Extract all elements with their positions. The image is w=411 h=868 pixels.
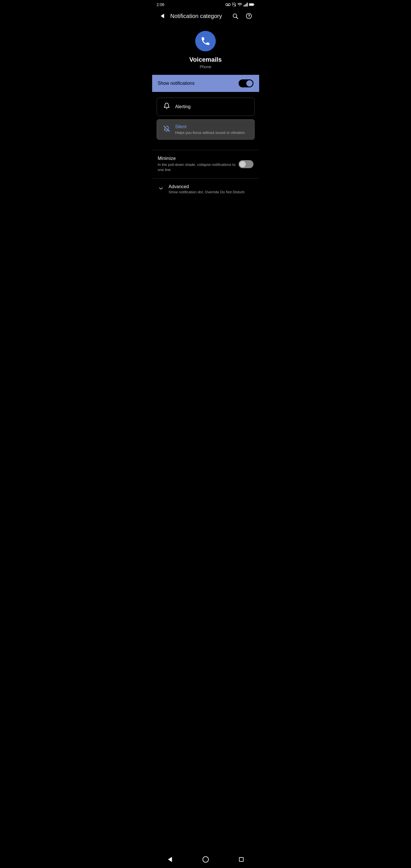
- app-name: Voicemails: [189, 56, 221, 63]
- minimize-content: Minimize In the pull-down shade, collaps…: [158, 156, 239, 173]
- status-time: 2:06: [157, 2, 164, 7]
- app-subtitle: Phone: [200, 65, 211, 69]
- page-title: Notification category: [170, 13, 229, 20]
- svg-point-1: [228, 3, 230, 6]
- bell-off-status-icon: [232, 2, 236, 7]
- status-icons: [225, 2, 255, 7]
- alerting-title: Alerting: [175, 104, 191, 110]
- svg-rect-11: [249, 4, 253, 5]
- minimize-toggle[interactable]: [239, 160, 253, 168]
- minimize-title: Minimize: [158, 156, 239, 161]
- app-icon-section: Voicemails Phone: [152, 24, 259, 75]
- svg-line-13: [236, 17, 238, 19]
- silent-option[interactable]: Silent Helps you focus without sound or …: [157, 119, 255, 140]
- alerting-content: Alerting: [175, 104, 191, 110]
- divider-1: [152, 150, 259, 150]
- svg-rect-5: [244, 5, 244, 6]
- voicemail-icon: [225, 3, 231, 6]
- show-notifications-toggle[interactable]: [239, 80, 253, 87]
- advanced-row[interactable]: Advanced Show notification dot, Override…: [152, 180, 259, 199]
- battery-icon: [249, 3, 255, 6]
- advanced-title: Advanced: [169, 184, 253, 189]
- bell-off-icon: [163, 125, 171, 134]
- main-content: Alerting Silent Helps you focus without …: [152, 92, 259, 149]
- back-arrow-icon: [161, 14, 164, 18]
- alerting-option[interactable]: Alerting: [157, 98, 255, 116]
- silent-content: Silent Helps you focus without sound or …: [175, 124, 245, 135]
- app-bar: Notification category: [152, 8, 259, 24]
- wifi-icon: [238, 2, 242, 7]
- minimize-toggle-thumb: [240, 161, 246, 167]
- show-notifications-row[interactable]: Show notifications: [152, 75, 259, 92]
- help-button[interactable]: [243, 10, 255, 22]
- svg-point-4: [240, 6, 240, 6]
- help-icon: [246, 13, 252, 19]
- phone-icon: [200, 36, 211, 46]
- bell-icon: [163, 102, 171, 111]
- svg-rect-7: [246, 4, 247, 6]
- minimize-row[interactable]: Minimize In the pull-down shade, collaps…: [152, 151, 259, 177]
- minimize-subtitle: In the pull-down shade, collapse notific…: [158, 162, 239, 173]
- svg-point-0: [225, 3, 228, 6]
- svg-rect-8: [247, 3, 248, 6]
- svg-rect-10: [253, 4, 254, 5]
- signal-icon: [243, 2, 248, 7]
- svg-point-15: [249, 17, 249, 18]
- search-icon: [232, 13, 238, 19]
- show-notifications-label: Show notifications: [158, 81, 195, 86]
- silent-title: Silent: [175, 124, 245, 129]
- chevron-down-icon: [158, 185, 164, 193]
- divider-2: [152, 178, 259, 179]
- svg-rect-6: [245, 5, 246, 6]
- toggle-thumb: [246, 80, 253, 87]
- app-bar-actions: [229, 10, 255, 22]
- app-icon: [195, 31, 216, 52]
- back-button[interactable]: [157, 10, 168, 22]
- status-bar: 2:06: [152, 0, 259, 8]
- search-button[interactable]: [229, 10, 241, 22]
- advanced-content: Advanced Show notification dot, Override…: [169, 184, 253, 194]
- silent-description: Helps you focus without sound or vibrati…: [175, 130, 245, 135]
- advanced-subtitle: Show notification dot, Override Do Not D…: [169, 190, 253, 194]
